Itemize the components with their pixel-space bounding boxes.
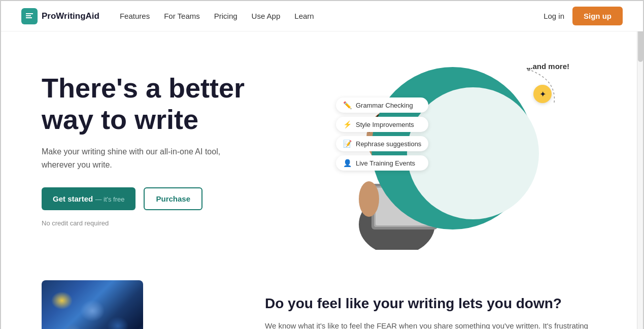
- purchase-button[interactable]: Purchase: [144, 187, 202, 210]
- painting-card-main: [42, 280, 143, 329]
- second-desc: We know what it's like to feel the FEAR …: [265, 320, 602, 329]
- hero-buttons: Get started — it's free Purchase: [42, 187, 336, 210]
- pencil-icon: ✏️: [343, 101, 352, 109]
- hero-section: There's a better way to write Make your …: [1, 31, 643, 270]
- star-badge: ✦: [533, 85, 552, 103]
- scrollbar-track[interactable]: [637, 1, 643, 329]
- painting-swirl: [42, 280, 143, 329]
- and-more-label: ...and more!: [526, 62, 569, 71]
- nav-links: Features For Teams Pricing Use App Learn: [120, 12, 544, 20]
- painting-area: My idea in my head: [42, 280, 234, 329]
- hero-illustration: ✏️ Grammar Checking ⚡ Style Improvements…: [336, 57, 580, 250]
- nav-for-teams[interactable]: For Teams: [164, 12, 200, 20]
- edit-icon: 📝: [343, 140, 352, 148]
- hero-left: There's a better way to write Make your …: [42, 62, 336, 227]
- hero-right: ✏️ Grammar Checking ⚡ Style Improvements…: [336, 57, 580, 250]
- navbar: ProWritingAid Features For Teams Pricing…: [1, 1, 643, 31]
- second-title: Do you feel like your writing lets you d…: [265, 295, 602, 312]
- person-icon: 👤: [343, 159, 352, 167]
- logo-link[interactable]: ProWritingAid: [21, 8, 99, 24]
- nav-features[interactable]: Features: [120, 12, 150, 20]
- logo-svg: [24, 11, 35, 21]
- nav-pricing[interactable]: Pricing: [214, 12, 238, 20]
- nav-use-app[interactable]: Use App: [252, 12, 281, 20]
- pill-training: 👤 Live Training Events: [336, 155, 428, 171]
- hero-subtitle: Make your writing shine with our all-in-…: [42, 145, 234, 171]
- second-section: My idea in my head Do you feel like your…: [1, 270, 643, 329]
- hero-title: There's a better way to write: [42, 72, 336, 135]
- pill-rephrase: 📝 Rephrase suggestions: [336, 136, 428, 151]
- second-text: Do you feel like your writing lets you d…: [265, 280, 602, 329]
- login-link[interactable]: Log in: [544, 12, 564, 20]
- logo-icon: [21, 8, 38, 24]
- pill-style: ⚡ Style Improvements: [336, 117, 428, 132]
- no-credit-text: No credit card required: [42, 219, 336, 227]
- page-wrapper: ProWritingAid Features For Teams Pricing…: [0, 0, 644, 329]
- nav-actions: Log in Sign up: [544, 7, 623, 25]
- nav-learn[interactable]: Learn: [294, 12, 314, 20]
- logo-text: ProWritingAid: [42, 11, 99, 21]
- lightning-icon: ⚡: [343, 120, 352, 128]
- get-started-button[interactable]: Get started — it's free: [42, 187, 135, 210]
- feature-pills: ✏️ Grammar Checking ⚡ Style Improvements…: [336, 97, 428, 171]
- svg-point-8: [359, 181, 379, 217]
- pill-grammar: ✏️ Grammar Checking: [336, 97, 428, 113]
- signup-button[interactable]: Sign up: [572, 7, 623, 25]
